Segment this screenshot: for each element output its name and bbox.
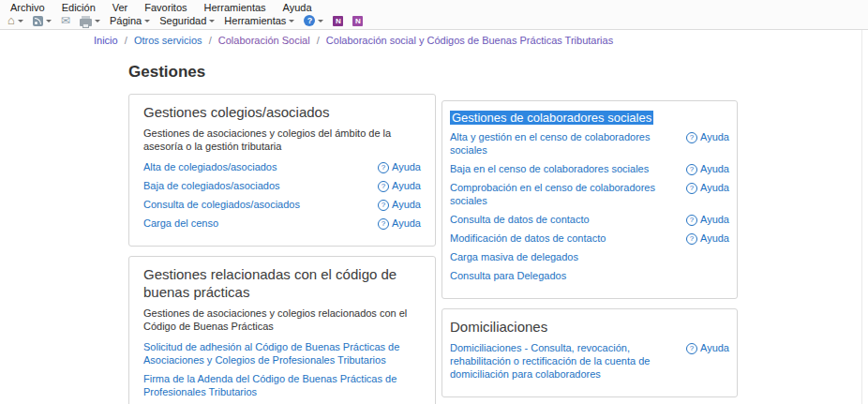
seguridad-label: Seguridad — [159, 15, 206, 26]
help-dropdown-icon[interactable] — [318, 20, 323, 22]
link-alta-censo-colaboradores[interactable]: Alta y gestión en el censo de colaborado… — [450, 131, 665, 157]
help-circle-icon: ? — [686, 233, 697, 245]
service-link-row: Domiciliaciones - Consulta, revocación, … — [450, 342, 729, 382]
home-dropdown-icon[interactable] — [18, 20, 23, 22]
breadcrumb-otros-servicios[interactable]: Otros servicios — [134, 35, 202, 46]
help-circle-icon: ? — [378, 162, 389, 173]
link-carga-censo[interactable]: Carga del censo — [143, 217, 218, 231]
ayuda-link[interactable]: ?Ayuda — [378, 217, 421, 231]
help-circle-icon: ? — [686, 164, 697, 175]
read-mail-button[interactable]: ✉ — [59, 15, 72, 26]
herramientas-menu-button[interactable]: Herramientas — [222, 15, 296, 26]
printer-icon — [80, 19, 92, 26]
page-right-divider — [861, 30, 862, 404]
page-title: Gestiones — [128, 63, 740, 82]
link-modificacion-datos-contacto[interactable]: Modificación de datos de contacto — [450, 232, 606, 246]
card-domiciliaciones: Domiciliaciones Domiciliaciones - Consul… — [441, 308, 738, 397]
link-consulta-colegiados[interactable]: Consulta de colegiados/asociados — [143, 199, 300, 212]
help-circle-icon: ? — [378, 181, 389, 192]
print-button[interactable] — [78, 16, 102, 26]
link-carga-masiva-delegados[interactable]: Carga masiva de delegados — [450, 251, 578, 264]
card-title: Domiciliaciones — [450, 319, 729, 337]
main-content: Gestiones Gestiones colegios/asociados G… — [128, 63, 740, 404]
command-bar: ⌂ ✉ Página Seguridad Herramientas ? — [0, 13, 868, 29]
service-link-row: Carga masiva de delegados — [450, 251, 729, 264]
home-button[interactable]: ⌂ — [6, 15, 25, 26]
menu-archivo[interactable]: Archivo — [2, 2, 53, 13]
service-link-row: Comprobación en el censo de colaboradore… — [450, 182, 729, 208]
service-link-row: Alta y gestión en el censo de colaborado… — [450, 131, 729, 157]
breadcrumb-separator: / — [125, 35, 127, 46]
chevron-down-icon — [209, 20, 215, 22]
link-baja-censo-colaboradores[interactable]: Baja en el censo de colaboradores social… — [450, 163, 649, 176]
card-codigo-buenas-practicas: Gestiones relacionadas con el código de … — [128, 256, 436, 404]
menu-ayuda[interactable]: Ayuda — [275, 2, 321, 13]
page-body: Inicio / Otros servicios / Colaboración … — [0, 30, 868, 404]
send-to-onenote-button[interactable]: N — [331, 16, 345, 26]
service-link-row: Solicitud de adhesión al Código de Buena… — [143, 341, 421, 367]
ayuda-link[interactable]: ?Ayuda — [378, 199, 421, 212]
menu-ver[interactable]: Ver — [104, 2, 137, 13]
menu-edicion[interactable]: Edición — [53, 2, 104, 13]
card-description: Gestiones de asociaciones y colegios rel… — [143, 307, 421, 334]
menu-favoritos[interactable]: Favoritos — [136, 2, 195, 13]
seguridad-menu-button[interactable]: Seguridad — [157, 15, 217, 26]
ayuda-link[interactable]: ?Ayuda — [686, 182, 729, 195]
browser-chrome: Archivo Edición Ver Favoritos Herramient… — [0, 0, 868, 30]
ayuda-link[interactable]: ?Ayuda — [686, 232, 729, 246]
card-title-selected: Gestiones de colaboradores sociales — [450, 111, 729, 126]
menu-herramientas[interactable]: Herramientas — [196, 2, 275, 13]
card-description: Gestiones de asociaciones y colegios del… — [143, 127, 421, 154]
service-link-row: Carga del censo ?Ayuda — [143, 217, 421, 231]
service-link-row: Modificación de datos de contacto ?Ayuda — [450, 232, 729, 246]
herramientas-label: Herramientas — [224, 15, 286, 26]
service-link-row: Alta de colegiados/asociados ?Ayuda — [143, 161, 421, 174]
help-menu-button[interactable]: ? — [302, 15, 325, 26]
print-dropdown-icon[interactable] — [95, 20, 100, 22]
pagina-menu-button[interactable]: Página — [108, 15, 152, 26]
breadcrumb-current-page[interactable]: Colaboración social y Códigos de Buenas … — [326, 35, 613, 46]
ayuda-link[interactable]: ?Ayuda — [686, 131, 729, 144]
link-comprobacion-censo[interactable]: Comprobación en el censo de colaboradore… — [450, 182, 665, 208]
feeds-dropdown-icon[interactable] — [46, 20, 52, 22]
link-alta-colegiados[interactable]: Alta de colegiados/asociados — [143, 161, 277, 174]
service-link-row: Consulta para Delegados — [450, 270, 729, 283]
ayuda-link[interactable]: ?Ayuda — [686, 214, 729, 227]
card-gestiones-colegios: Gestiones colegios/asociados Gestiones d… — [128, 94, 436, 247]
link-consulta-delegados[interactable]: Consulta para Delegados — [450, 270, 566, 283]
pagina-label: Página — [110, 15, 142, 26]
chevron-down-icon — [289, 20, 294, 22]
breadcrumb-inicio[interactable]: Inicio — [94, 35, 118, 46]
mail-icon: ✉ — [61, 15, 70, 26]
breadcrumb-separator: / — [209, 35, 212, 46]
onenote-linked-icon: N — [352, 16, 363, 26]
help-circle-icon: ? — [686, 343, 697, 354]
link-consulta-datos-contacto[interactable]: Consulta de datos de contacto — [450, 214, 590, 227]
ayuda-link[interactable]: ?Ayuda — [686, 342, 729, 355]
help-circle-icon: ? — [686, 183, 697, 194]
service-link-row: Firma de la Adenda del Código de Buenas … — [143, 373, 421, 399]
help-circle-icon: ? — [686, 215, 697, 226]
chevron-down-icon — [144, 20, 150, 22]
ayuda-link[interactable]: ?Ayuda — [378, 180, 421, 193]
help-circle-icon: ? — [378, 218, 389, 230]
link-solicitud-adhesion[interactable]: Solicitud de adhesión al Código de Buena… — [143, 341, 421, 367]
card-title: Gestiones colegios/asociados — [143, 104, 421, 122]
feeds-button[interactable] — [31, 16, 53, 26]
card-title: Gestiones relacionadas con el código de … — [143, 266, 421, 302]
right-column: Gestiones de colaboradores sociales Alta… — [441, 100, 738, 404]
home-icon: ⌂ — [7, 15, 15, 26]
link-domiciliaciones-consulta[interactable]: Domiciliaciones - Consulta, revocación, … — [450, 342, 665, 382]
help-icon: ? — [304, 15, 315, 26]
ayuda-link[interactable]: ?Ayuda — [686, 163, 729, 176]
breadcrumb-colaboracion-social[interactable]: Colaboración Social — [218, 35, 310, 46]
link-baja-colegiados[interactable]: Baja de colegiados/asociados — [143, 180, 280, 193]
ayuda-link[interactable]: ?Ayuda — [378, 161, 421, 174]
service-link-row: Baja de colegiados/asociados ?Ayuda — [143, 180, 421, 193]
onenote-icon: N — [333, 16, 343, 26]
onenote-linked-notes-button[interactable]: N — [351, 16, 365, 26]
service-link-row: Baja en el censo de colaboradores social… — [450, 163, 729, 176]
breadcrumb-separator: / — [317, 35, 320, 46]
card-colaboradores-sociales: Gestiones de colaboradores sociales Alta… — [441, 100, 738, 299]
link-firma-adenda[interactable]: Firma de la Adenda del Código de Buenas … — [143, 373, 421, 399]
